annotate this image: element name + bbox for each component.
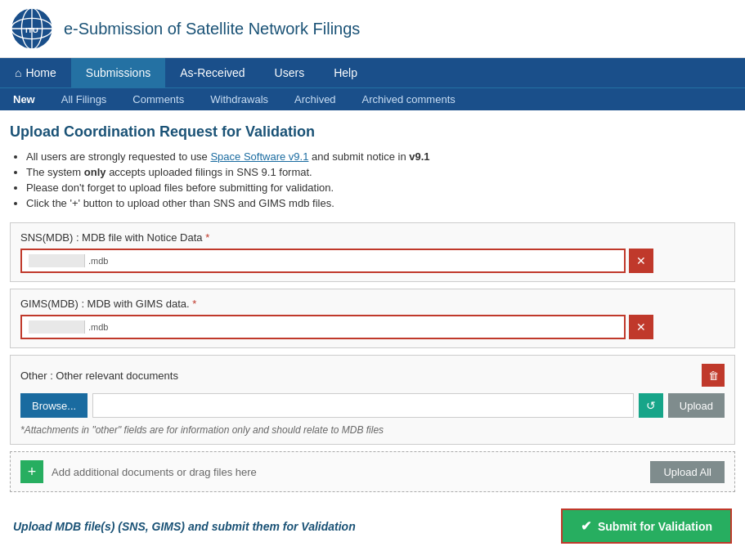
nav-home[interactable]: ⌂ Home <box>0 58 71 87</box>
gims-delete-button[interactable]: ✕ <box>629 315 653 339</box>
header-title: e-Submission of Satellite Network Filing… <box>64 20 360 38</box>
space-software-link[interactable]: Space Software v9.1 <box>210 150 308 163</box>
add-docs-button[interactable]: + <box>20 460 43 483</box>
sns-label: SNS(MDB) : MDB file with Notice Data * <box>20 231 725 244</box>
add-docs-left: + Add additional documents or drag files… <box>20 460 257 483</box>
attachments-note: *Attachments in "other" fields are for i… <box>20 424 725 436</box>
gims-section: GIMS(MDB) : MDB with GIMS data. * .mdb ✕ <box>10 289 735 348</box>
sns-filename <box>29 254 85 267</box>
footer-caption: Upload MDB file(s) (SNS, GIMS) and submi… <box>13 520 356 533</box>
browse-row: Browse... ↺ Upload <box>20 393 725 418</box>
footer-row: Upload MDB file(s) (SNS, GIMS) and submi… <box>10 502 735 550</box>
home-icon: ⌂ <box>15 66 21 79</box>
submit-label: Submit for Validation <box>598 520 712 533</box>
delete-icon: ✕ <box>636 254 646 267</box>
notices: All users are strongly requested to use … <box>10 150 735 209</box>
other-header: Other : Other relevant documents 🗑 <box>20 364 725 387</box>
notice-4: Click the '+' button to upload other tha… <box>26 197 735 209</box>
top-nav: ⌂ Home Submissions As-Received Users Hel… <box>0 58 745 87</box>
other-trash-button[interactable]: 🗑 <box>702 364 725 387</box>
subnav-all-filings[interactable]: All Filings <box>48 88 120 110</box>
upload-all-button[interactable]: Upload All <box>650 461 725 483</box>
sub-nav: New All Filings Comments Withdrawals Arc… <box>0 87 745 110</box>
page-content: Upload Coordination Request for Validati… <box>0 110 745 560</box>
sns-mdb-badge: .mdb <box>88 256 108 266</box>
sns-file-row: .mdb ✕ <box>20 249 725 273</box>
page-title: Upload Coordination Request for Validati… <box>10 123 735 141</box>
gims-mdb-badge: .mdb <box>88 322 108 332</box>
add-docs-row: + Add additional documents or drag files… <box>10 451 735 492</box>
svg-text:ITU: ITU <box>25 25 38 34</box>
trash-icon: 🗑 <box>708 370 719 382</box>
header: ITU e-Submission of Satellite Network Fi… <box>0 0 745 58</box>
itu-logo: ITU <box>10 7 54 51</box>
sns-delete-button[interactable]: ✕ <box>629 249 653 273</box>
browse-button[interactable]: Browse... <box>20 393 88 418</box>
subnav-new[interactable]: New <box>0 88 48 110</box>
delete-icon: ✕ <box>636 320 646 334</box>
refresh-icon: ↺ <box>646 399 656 412</box>
other-label: Other : Other relevant documents <box>20 370 178 382</box>
plus-icon: + <box>28 464 37 481</box>
nav-help[interactable]: Help <box>319 58 372 87</box>
sns-file-display: .mdb <box>20 249 626 273</box>
gims-label: GIMS(MDB) : MDB with GIMS data. * <box>20 298 725 310</box>
other-section: Other : Other relevant documents 🗑 Brows… <box>10 355 735 445</box>
subnav-archived-comments[interactable]: Archived comments <box>349 88 469 110</box>
subnav-comments[interactable]: Comments <box>119 88 197 110</box>
nav-submissions[interactable]: Submissions <box>71 58 165 87</box>
submit-for-validation-button[interactable]: ✔ Submit for Validation <box>561 508 732 544</box>
subnav-archived[interactable]: Archived <box>281 88 349 110</box>
gims-filename <box>29 320 85 334</box>
sns-section: SNS(MDB) : MDB file with Notice Data * .… <box>10 222 735 282</box>
refresh-button[interactable]: ↺ <box>639 393 663 418</box>
check-icon: ✔ <box>581 518 591 534</box>
gims-file-display: .mdb <box>20 315 626 339</box>
notice-2: The system only accepts uploaded filings… <box>26 166 735 178</box>
add-docs-text: Add additional documents or drag files h… <box>52 466 257 478</box>
notice-3: Please don't forget to upload files befo… <box>26 181 735 194</box>
nav-as-received[interactable]: As-Received <box>165 58 259 87</box>
subnav-withdrawals[interactable]: Withdrawals <box>197 88 281 110</box>
notice-1: All users are strongly requested to use … <box>26 150 735 163</box>
other-file-input[interactable] <box>92 393 634 418</box>
gims-file-row: .mdb ✕ <box>20 315 725 339</box>
nav-users[interactable]: Users <box>260 58 320 87</box>
upload-button[interactable]: Upload <box>668 393 725 418</box>
